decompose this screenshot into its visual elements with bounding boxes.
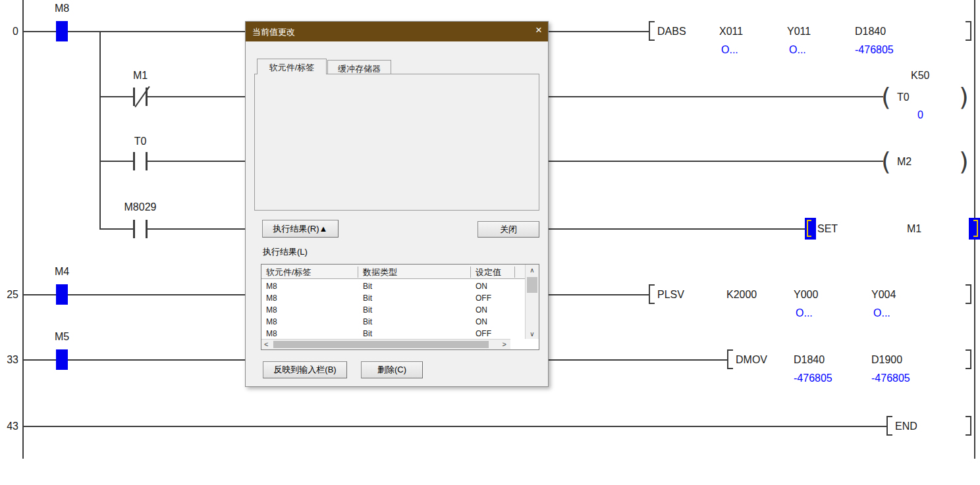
scroll-left-icon[interactable]: <: [264, 340, 268, 348]
plsv-arg3[interactable]: Y004: [871, 289, 896, 301]
plsv-arg2[interactable]: Y000: [794, 289, 818, 301]
cell-device: M8: [261, 329, 277, 338]
plsv-close-bracket: [966, 284, 971, 304]
table-row[interactable]: M8 Bit OFF: [261, 292, 525, 304]
vertical-scroll-thumb[interactable]: [527, 277, 537, 293]
dabs-opcode[interactable]: DABS: [657, 26, 686, 38]
table-row[interactable]: M8 Bit ON: [261, 280, 525, 292]
cell-datatype: Bit: [358, 305, 372, 315]
cell-setvalue: OFF: [471, 329, 491, 338]
dmov-opcode[interactable]: DMOV: [736, 354, 767, 366]
m2-coil-open-paren: (: [881, 149, 891, 174]
tab-device-label-text: 软元件/标签: [269, 63, 315, 72]
step-number-33: 33: [0, 354, 18, 366]
step-number-0: 0: [0, 26, 18, 38]
dabs-arg2[interactable]: Y011: [787, 26, 811, 38]
t0-coil-close-paren: ): [959, 84, 969, 109]
tab-buffer-memory-text: 缓冲存储器: [338, 64, 381, 74]
cell-setvalue: ON: [471, 317, 487, 326]
cell-setvalue: ON: [471, 305, 487, 315]
contact-m5-on[interactable]: [56, 349, 68, 370]
contact-t0-no[interactable]: [133, 152, 148, 170]
cell-device: M8: [261, 282, 277, 291]
scroll-down-icon[interactable]: ∨: [526, 330, 539, 338]
cell-device: M8: [261, 305, 277, 315]
dmov-arg2[interactable]: D1900: [871, 354, 902, 366]
plsv-arg2-monitor-value: O...: [796, 307, 813, 319]
tab-device-label[interactable]: 软元件/标签: [257, 59, 327, 74]
contact-m8029-label: M8029: [119, 201, 162, 213]
exec-result-table: 软元件/标签 数据类型 设定值 M8 Bit ON M8 Bit OFF M8 …: [261, 264, 539, 350]
header-device[interactable]: 软元件/标签: [261, 267, 358, 278]
reflect-to-input-button[interactable]: 反映到输入栏(B): [263, 361, 347, 378]
dabs-close-bracket: [966, 21, 971, 41]
set-close-bracket-highlighted[interactable]: [969, 218, 980, 240]
step-number-25: 25: [0, 289, 18, 301]
cell-setvalue: OFF: [471, 294, 491, 303]
t0-coil-label[interactable]: T0: [897, 91, 910, 103]
horizontal-scrollbar[interactable]: < >: [261, 339, 510, 349]
plsv-opcode[interactable]: PLSV: [657, 289, 684, 301]
cell-device: M8: [261, 317, 277, 326]
t0-coil-monitor-value: 0: [917, 109, 923, 121]
end-opcode[interactable]: END: [895, 421, 917, 432]
vertical-scrollbar[interactable]: ∧ ∨: [525, 265, 539, 339]
table-header-row: 软元件/标签 数据类型 设定值: [261, 265, 539, 279]
contact-m8029-no[interactable]: [133, 220, 148, 238]
plsv-arg3-monitor-value: O...: [873, 307, 890, 319]
m2-coil-label[interactable]: M2: [897, 156, 912, 168]
table-row[interactable]: M8 Bit OFF: [261, 328, 525, 340]
dabs-arg1-monitor-value: O...: [721, 44, 738, 56]
set-open-bracket-highlighted[interactable]: [805, 218, 816, 240]
plc-ladder-monitor-screen: 0 25 33 43 M8 M1 T0 M8029 M4 M5 DABS X01…: [0, 0, 980, 485]
contact-m1-nc[interactable]: [133, 88, 148, 106]
plsv-open-bracket: [649, 284, 655, 304]
dabs-arg3-monitor-value: -476805: [855, 44, 894, 56]
contact-m5-label: M5: [46, 331, 78, 343]
left-power-rail: [22, 0, 24, 459]
table-row[interactable]: M8 Bit ON: [261, 316, 525, 328]
t0-coil-open-paren: (: [881, 84, 891, 109]
contact-m8-on[interactable]: [56, 21, 68, 41]
scroll-right-icon[interactable]: >: [503, 340, 506, 348]
scroll-up-icon[interactable]: ∧: [526, 267, 539, 274]
dmov-close-bracket: [966, 349, 971, 369]
set-opcode[interactable]: SET: [817, 223, 838, 235]
end-close-bracket: [966, 416, 971, 436]
m2-coil-close-paren: ): [959, 149, 969, 174]
horizontal-scroll-thumb[interactable]: [273, 341, 489, 348]
cell-datatype: Bit: [358, 317, 372, 326]
dialog-titlebar[interactable]: 当前值更改 ×: [246, 22, 548, 41]
dmov-arg1[interactable]: D1840: [794, 354, 825, 366]
table-row[interactable]: M8 Bit ON: [261, 304, 525, 316]
branch-vertical-wire: [99, 31, 101, 230]
yellow-close-bracket-icon: [973, 220, 978, 237]
delete-button[interactable]: 删除(C): [361, 361, 423, 378]
cell-setvalue: ON: [471, 282, 487, 291]
contact-m4-label: M4: [46, 266, 78, 278]
end-open-bracket: [886, 416, 892, 436]
close-button[interactable]: 关闭: [477, 221, 539, 238]
contact-m8-label: M8: [46, 3, 78, 14]
dabs-open-bracket: [649, 21, 655, 41]
header-setvalue[interactable]: 设定值: [471, 267, 515, 278]
dabs-arg1[interactable]: X011: [719, 26, 743, 38]
dmov-arg1-monitor-value: -476805: [794, 372, 832, 384]
header-datatype[interactable]: 数据类型: [358, 267, 471, 278]
contact-m1-label: M1: [124, 70, 156, 82]
cell-datatype: Bit: [358, 329, 372, 338]
close-icon[interactable]: ×: [535, 24, 542, 37]
contact-m4-on[interactable]: [56, 284, 68, 305]
set-arg1[interactable]: M1: [907, 223, 921, 235]
change-current-value-dialog: 当前值更改 × 软元件/标签 缓冲存储器 软元件/标签(E) M8 ▼ 数据类型…: [245, 21, 549, 387]
plsv-arg1[interactable]: K2000: [726, 289, 757, 301]
cell-device: M8: [261, 294, 277, 303]
tab-panel: [254, 74, 539, 211]
exec-result-button[interactable]: 执行结果(R)▲: [262, 220, 339, 238]
tab-buffer-memory[interactable]: 缓冲存储器: [327, 60, 391, 74]
dabs-arg3[interactable]: D1840: [855, 26, 886, 38]
yellow-open-bracket-icon: [807, 220, 811, 237]
cell-datatype: Bit: [358, 282, 372, 291]
result-list-caption: 执行结果(L): [263, 246, 308, 258]
rung-43-wire: [23, 426, 886, 427]
